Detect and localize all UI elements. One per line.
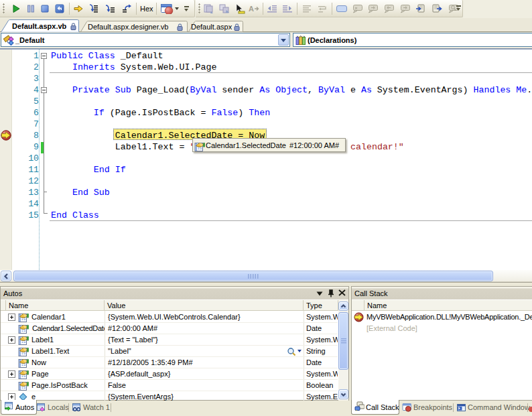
svg-text:A: A — [249, 5, 254, 13]
